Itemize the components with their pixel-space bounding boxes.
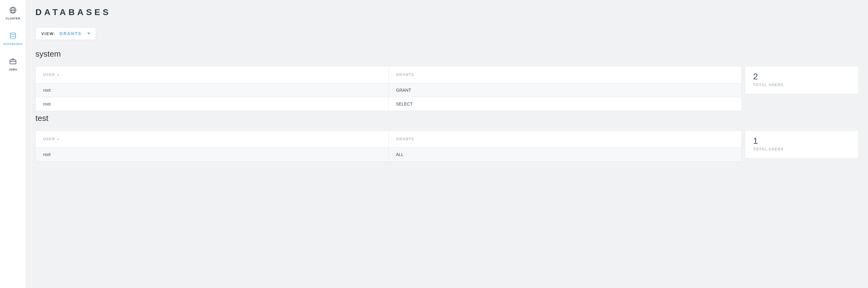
grants-table: USER▼ GRANTS root GRANT root SELECT [35, 66, 742, 111]
column-header-label: GRANTS [396, 73, 414, 77]
total-users-count: 1 [753, 136, 850, 146]
column-header-grants[interactable]: GRANTS [389, 67, 742, 83]
total-users-count: 2 [753, 72, 850, 81]
chevron-down-icon [87, 33, 90, 34]
column-header-user[interactable]: USER▼ [36, 67, 389, 83]
sort-indicator-icon: ▼ [57, 74, 60, 77]
sidebar-item-cluster[interactable]: CLUSTER [5, 6, 20, 20]
total-users-label: TOTAL USERS [753, 147, 850, 151]
sidebar: CLUSTER DATABASES JOBS [0, 0, 26, 288]
total-users-label: TOTAL USERS [753, 83, 850, 87]
sidebar-item-jobs[interactable]: JOBS [9, 57, 17, 71]
sidebar-item-label: JOBS [9, 68, 17, 71]
column-header-label: USER [43, 73, 55, 77]
total-users-card: 2 TOTAL USERS [745, 66, 859, 94]
cell-user: root [36, 97, 389, 111]
column-header-label: USER [43, 137, 55, 141]
cell-grant: GRANT [389, 83, 742, 97]
cell-grant: ALL [389, 148, 742, 161]
column-header-label: GRANTS [396, 137, 414, 141]
grants-table: USER▼ GRANTS root ALL [35, 131, 742, 161]
table-row: root GRANT [36, 83, 741, 97]
cell-user: root [36, 148, 389, 161]
view-selector-value: GRANTS [59, 31, 82, 36]
table-header: USER▼ GRANTS [36, 131, 741, 147]
view-selector-prefix: VIEW: [41, 31, 56, 36]
column-header-user[interactable]: USER▼ [36, 131, 389, 147]
table-row: root ALL [36, 147, 741, 161]
table-body: root GRANT root SELECT [36, 83, 741, 111]
briefcase-icon [9, 57, 17, 66]
table-header: USER▼ GRANTS [36, 67, 741, 83]
sort-indicator-icon: ▼ [57, 138, 60, 141]
database-section: test USER▼ GRANTS root ALL [35, 113, 859, 161]
sidebar-item-label: CLUSTER [5, 17, 20, 20]
sidebar-item-label: DATABASES [3, 42, 22, 45]
column-header-grants[interactable]: GRANTS [389, 131, 742, 147]
main-content: DATABASES VIEW: GRANTS system USER▼ GRAN… [26, 0, 868, 288]
svg-point-3 [10, 33, 16, 34]
database-icon [9, 32, 17, 41]
database-name: system [35, 49, 859, 59]
total-users-card: 1 TOTAL USERS [745, 131, 859, 158]
sidebar-item-databases[interactable]: DATABASES [3, 32, 22, 45]
page-title: DATABASES [35, 7, 859, 17]
cell-grant: SELECT [389, 97, 742, 111]
table-row: root SELECT [36, 97, 741, 111]
svg-rect-4 [10, 60, 16, 64]
database-name: test [35, 113, 859, 123]
cell-user: root [36, 83, 389, 97]
table-body: root ALL [36, 147, 741, 161]
database-section: system USER▼ GRANTS root GRANT [35, 49, 859, 111]
view-selector[interactable]: VIEW: GRANTS [35, 27, 96, 40]
globe-icon [9, 6, 17, 15]
